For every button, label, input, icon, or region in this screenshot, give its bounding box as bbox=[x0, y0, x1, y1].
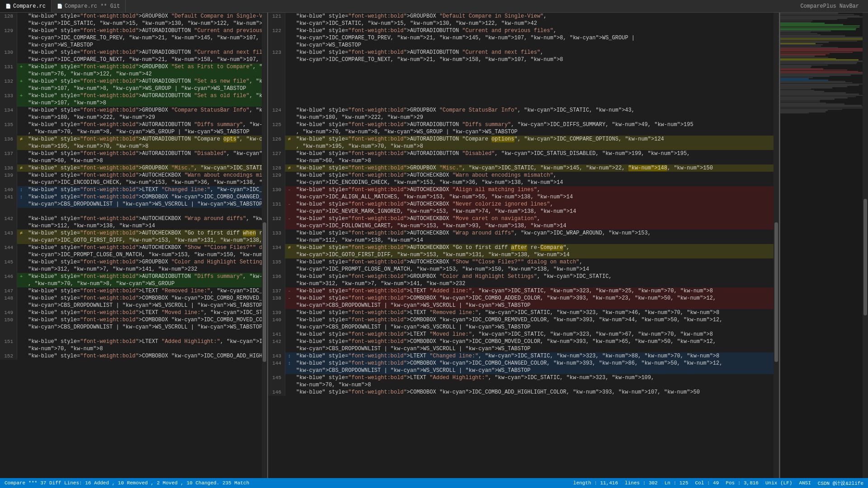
left-scrollbar-thumb[interactable] bbox=[263, 222, 266, 362]
line-content: "kw-num">76, "kw-num">122, "kw-num">42 bbox=[25, 70, 262, 78]
table-row: 129 "kw-blue" style="font-weight:bold">A… bbox=[268, 172, 774, 179]
diff-marker bbox=[17, 49, 25, 56]
line-number bbox=[0, 266, 17, 273]
diff-marker bbox=[17, 352, 25, 360]
line-content: "kw-num">312, "kw-num">7, "kw-num">141, … bbox=[293, 280, 774, 287]
table-row: , "kw-num">195, "kw-num">70, "kw-num">8 bbox=[268, 143, 774, 150]
right-code-lines: 121 "kw-blue" style="font-weight:bold">G… bbox=[268, 13, 774, 478]
diff-marker bbox=[17, 280, 25, 287]
line-number bbox=[0, 222, 17, 230]
tab-compare-rc[interactable]: 📄 Compare.rc bbox=[0, 0, 52, 12]
line-number bbox=[0, 208, 17, 215]
line-number bbox=[268, 280, 285, 287]
line-content: "kw-cyan">IDC_COMPARE_TO_NEXT, "kw-num">… bbox=[293, 56, 774, 63]
line-number bbox=[268, 237, 285, 244]
line-content: "kw-num">70, "kw-num">8 bbox=[25, 345, 262, 352]
table-row: "kw-cyan">CBS_DROPDOWNLIST | "kw-cyan">W… bbox=[268, 367, 774, 374]
right-scrollbar-thumb[interactable] bbox=[774, 222, 778, 362]
line-content: "kw-blue" style="font-weight:bold">LTEXT… bbox=[293, 309, 774, 316]
line-number: 122 bbox=[268, 27, 285, 34]
diff-marker bbox=[285, 302, 293, 309]
diff-marker bbox=[285, 121, 293, 128]
line-number bbox=[268, 70, 285, 78]
table-row bbox=[268, 99, 774, 107]
table-row: 140 "kw-blue" style="font-weight:bold">C… bbox=[268, 316, 774, 324]
left-scrollbar[interactable] bbox=[262, 13, 267, 478]
file-icon-git: 📄 bbox=[57, 4, 62, 9]
line-number bbox=[268, 302, 285, 309]
minimap-canvas[interactable] bbox=[780, 13, 868, 478]
diff-marker bbox=[285, 99, 293, 107]
line-number: 146 bbox=[0, 273, 17, 280]
diff-marker: ≠ bbox=[285, 136, 293, 143]
line-number bbox=[268, 42, 285, 49]
diff-marker bbox=[285, 309, 293, 316]
table-row: 142 "kw-blue" style="font-weight:bold">A… bbox=[0, 215, 262, 222]
line-content: "kw-blue" style="font-weight:bold">AUTOC… bbox=[293, 215, 774, 222]
line-number bbox=[268, 92, 285, 99]
line-content: , "kw-num">195, "kw-num">70, "kw-num">8 bbox=[293, 143, 774, 150]
diff-marker bbox=[285, 157, 293, 164]
line-number bbox=[0, 20, 17, 27]
table-row: "kw-cyan">IDC_PROMPT_CLOSE_ON_MATCH, "kw… bbox=[268, 266, 774, 273]
diff-marker bbox=[285, 367, 293, 374]
minimap-scrollbar-thumb[interactable] bbox=[863, 199, 867, 315]
table-row bbox=[268, 85, 774, 92]
line-content: "kw-blue" style="font-weight:bold">AUTOC… bbox=[293, 258, 774, 266]
table-row: "kw-cyan">IDC_STATIC, "kw-num">15, "kw-n… bbox=[0, 20, 262, 27]
table-row: 138- "kw-blue" style="font-weight:bold">… bbox=[268, 295, 774, 302]
table-row bbox=[268, 78, 774, 85]
line-content: "kw-blue" style="font-weight:bold">AUTOC… bbox=[293, 172, 774, 179]
line-content: "kw-blue" style="font-weight:bold">AUTOR… bbox=[25, 273, 262, 280]
line-content: "kw-num">60, "kw-num">8 bbox=[293, 157, 774, 164]
table-row: "kw-cyan">IDC_GOTO_FIRST_DIFF, "kw-num">… bbox=[0, 237, 262, 244]
table-row: , "kw-num">70, "kw-num">8, "kw-cyan">WS_… bbox=[268, 128, 774, 136]
line-content: "kw-blue" style="font-weight:bold">GROUP… bbox=[293, 273, 774, 280]
line-number: 126 bbox=[268, 136, 285, 143]
table-row: 139 "kw-blue" style="font-weight:bold">L… bbox=[268, 309, 774, 316]
table-row: 151 "kw-blue" style="font-weight:bold">L… bbox=[0, 338, 262, 345]
line-number: 129 bbox=[268, 172, 285, 179]
line-number bbox=[268, 56, 285, 63]
diff-marker bbox=[17, 266, 25, 273]
line-number: 142 bbox=[268, 338, 285, 345]
table-row: "kw-num">60, "kw-num">8 bbox=[268, 157, 774, 164]
line-number bbox=[268, 193, 285, 201]
line-content: "kw-cyan">IDC_ENCODING_CHECK, "kw-num">1… bbox=[293, 179, 774, 186]
diff-marker bbox=[17, 244, 25, 251]
line-content: "kw-blue" style="font-weight:bold">AUTOR… bbox=[25, 150, 262, 157]
diff-marker bbox=[17, 287, 25, 295]
diff-marker bbox=[17, 258, 25, 266]
right-scrollbar[interactable] bbox=[774, 13, 779, 478]
table-row: "kw-cyan">IDC_COMPARE_TO_NEXT, "kw-num">… bbox=[0, 56, 262, 63]
minimap-scrollbar[interactable] bbox=[863, 13, 868, 478]
tab-navbar[interactable]: ComparePlus NavBar bbox=[795, 0, 864, 12]
line-number bbox=[268, 345, 285, 352]
left-code-area[interactable]: 128 "kw-blue" style="font-weight:bold">G… bbox=[0, 13, 267, 478]
diff-marker bbox=[285, 324, 293, 331]
diff-marker bbox=[17, 172, 25, 179]
line-content: "kw-cyan">CBS_DROPDOWNLIST | "kw-cyan">W… bbox=[293, 345, 774, 352]
line-content: "kw-cyan">CBS_DROPDOWNLIST | "kw-cyan">W… bbox=[25, 201, 262, 208]
diff-marker bbox=[285, 338, 293, 345]
col-info: Col : 49 bbox=[695, 480, 719, 486]
line-number bbox=[0, 70, 17, 78]
line-number: 135 bbox=[0, 121, 17, 128]
table-row: 146 "kw-blue" style="font-weight:bold">C… bbox=[268, 389, 774, 396]
line-content: "kw-cyan">CBS_DROPDOWNLIST | "kw-cyan">W… bbox=[293, 324, 774, 331]
table-row: "kw-cyan">IDC_COMPARE_TO_PREV, "kw-num">… bbox=[268, 34, 774, 42]
line-content: "kw-blue" style="font-weight:bold">AUTOR… bbox=[293, 136, 774, 143]
tab-compare-rc-git[interactable]: 📄 Compare.rc ** Git bbox=[52, 0, 126, 12]
line-number bbox=[268, 20, 285, 27]
line-number: 145 bbox=[268, 374, 285, 381]
diff-marker bbox=[285, 128, 293, 136]
diff-marker bbox=[17, 114, 25, 121]
table-row: 150 "kw-blue" style="font-weight:bold">C… bbox=[0, 316, 262, 324]
right-code-area[interactable]: 121 "kw-blue" style="font-weight:bold">G… bbox=[268, 13, 779, 478]
title-bar: 📄 Compare.rc 📄 Compare.rc ** Git Compare… bbox=[0, 0, 868, 13]
table-row: 146+ "kw-blue" style="font-weight:bold">… bbox=[0, 273, 262, 280]
diff-marker bbox=[285, 63, 293, 70]
compare-info: Compare *** 37 Diff Lines: 16 Added , 10… bbox=[5, 480, 249, 486]
line-number: 131 bbox=[268, 201, 285, 208]
line-content bbox=[25, 331, 262, 338]
